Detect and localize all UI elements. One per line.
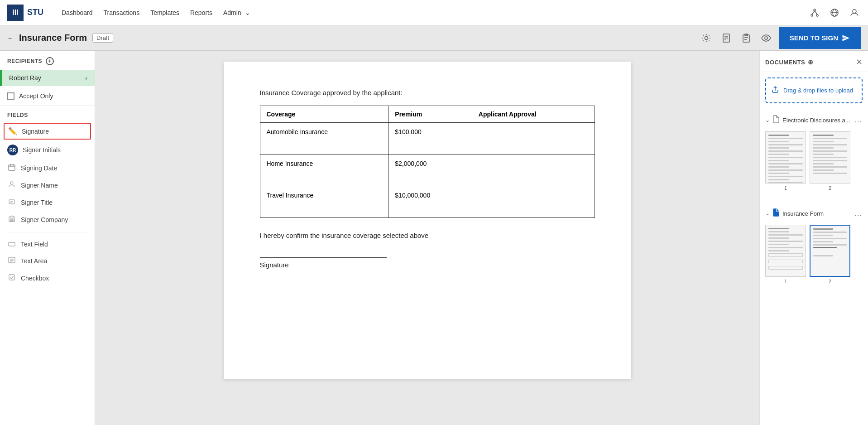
accept-only-checkbox[interactable] [7, 92, 14, 100]
nav-admin[interactable]: Admin ⌄ [223, 7, 250, 18]
page-num-ins-1: 1 [765, 277, 806, 284]
recipient-name: Robert Ray [9, 74, 41, 82]
document-icon[interactable] [719, 31, 734, 45]
accept-only-label: Accept Only [19, 92, 53, 100]
doc-options-electronic[interactable]: … [854, 116, 863, 124]
col-coverage: Coverage [260, 106, 388, 123]
badge-icon [7, 198, 16, 207]
eye-icon[interactable] [759, 31, 773, 45]
nav-dashboard[interactable]: Dashboard [62, 7, 93, 18]
signature-line [260, 257, 387, 258]
field-signature[interactable]: ✏️ Signature [4, 123, 91, 140]
recipient-item[interactable]: Robert Ray › [0, 70, 95, 86]
doc-group-insurance: ⌄ Insurance Form … [760, 202, 868, 291]
svg-rect-30 [10, 220, 11, 222]
clipboard-icon[interactable] [739, 31, 753, 45]
documents-header: DOCUMENTS ⊕ ✕ [760, 51, 868, 72]
recipients-header: RECIPIENTS + [0, 51, 95, 70]
pencil-icon: ✏️ [8, 127, 17, 135]
table-row: Automobile Insurance $100,000 [260, 123, 595, 155]
doc-thumb-insurance-1[interactable]: 1 [765, 225, 806, 284]
field-signer-initials[interactable]: RR Signer Initials [0, 140, 95, 159]
toolbar-actions: SEND TO SIGN [699, 27, 861, 49]
fields-header: FIELDS [0, 106, 95, 122]
doc-file-blue-icon [772, 208, 780, 218]
approval-auto [472, 123, 595, 155]
coverage-travel: Travel Insurance [260, 186, 388, 218]
person-icon [7, 181, 16, 190]
svg-point-18 [765, 37, 767, 39]
doc-group-insurance-header: ⌄ Insurance Form … [760, 206, 868, 221]
field-signer-company[interactable]: Signer Company [0, 211, 95, 228]
doc-intro: Insurance Coverage approved by the appli… [260, 89, 595, 97]
calendar-icon [7, 164, 16, 173]
doc-group-chevron-icon[interactable]: ⌄ [765, 117, 770, 123]
upload-zone[interactable]: Drag & drop files to upload [765, 77, 863, 103]
user-icon[interactable] [848, 6, 861, 19]
doc-thumb-electronic-1[interactable]: 1 [765, 131, 806, 191]
field-signing-date[interactable]: Signing Date [0, 159, 95, 177]
textfield-icon [7, 240, 16, 248]
back-button[interactable]: ← [7, 34, 14, 42]
doc-thumb-img-ins-1 [765, 225, 806, 277]
close-documents-button[interactable]: ✕ [856, 57, 863, 67]
nav-icons [808, 6, 861, 19]
back-arrow-icon: ← [7, 34, 14, 42]
globe-icon[interactable] [828, 6, 841, 19]
svg-rect-27 [9, 217, 14, 222]
send-to-sign-button[interactable]: SEND TO SIGN [779, 27, 861, 49]
rr-badge: RR [7, 145, 18, 155]
center-content: Insurance Coverage approved by the appli… [95, 51, 759, 425]
add-document-button[interactable]: ⊕ [808, 58, 814, 66]
premium-travel: $10,000,000 [388, 186, 472, 218]
approval-travel [472, 186, 595, 218]
documents-title: DOCUMENTS ⊕ [765, 58, 814, 66]
svg-point-1 [811, 14, 813, 16]
page-num-2: 2 [810, 184, 850, 191]
coverage-auto: Automobile Insurance [260, 123, 388, 155]
field-signer-title[interactable]: Signer Title [0, 194, 95, 211]
doc-divider [760, 200, 868, 200]
coverage-table: Coverage Premium Applicant Approval Auto… [260, 106, 595, 218]
doc-group-chevron-insurance-icon[interactable]: ⌄ [765, 210, 770, 217]
doc-options-insurance[interactable]: … [854, 209, 863, 217]
field-checkbox[interactable]: Checkbox [0, 270, 95, 287]
doc-thumb-img-2 [810, 131, 850, 184]
doc-file-icon [772, 115, 780, 125]
field-signer-name[interactable]: Signer Name [0, 177, 95, 194]
gear-icon[interactable] [699, 31, 714, 45]
status-badge: Draft [92, 33, 113, 43]
doc-thumb-insurance-2[interactable]: 2 [810, 225, 850, 284]
svg-point-2 [816, 14, 818, 16]
doc-group-electronic-header: ⌄ Electronic Disclosures a... … [760, 112, 868, 128]
doc-thumb-img-ins-2 [810, 225, 850, 277]
add-recipient-button[interactable]: + [46, 57, 54, 65]
logo-text: STU [27, 8, 43, 17]
page-num-1: 1 [765, 184, 806, 191]
svg-point-23 [10, 182, 13, 184]
network-icon[interactable] [808, 6, 821, 19]
nav-reports[interactable]: Reports [190, 7, 212, 18]
field-text-field[interactable]: Text Field [0, 236, 95, 252]
svg-rect-39 [9, 275, 14, 280]
upload-cloud-icon [771, 85, 780, 96]
doc-thumb-electronic-2[interactable]: 2 [810, 131, 850, 191]
document-page: Insurance Coverage approved by the appli… [224, 62, 631, 379]
svg-rect-28 [10, 219, 11, 220]
logo-icon: III [7, 5, 24, 21]
svg-rect-19 [9, 165, 15, 170]
accept-only-row: Accept Only [0, 87, 95, 106]
svg-line-4 [815, 11, 817, 14]
col-premium: Premium [388, 106, 472, 123]
nav-transactions[interactable]: Transactions [104, 7, 140, 18]
top-nav: III STU Dashboard Transactions Templates… [0, 0, 868, 25]
svg-point-8 [853, 10, 856, 13]
field-text-area[interactable]: Text Area [0, 252, 95, 270]
doc-confirm-text: I hereby confirm the insurance coverage … [260, 232, 595, 239]
table-row: Home Insurance $2,000,000 [260, 155, 595, 186]
signature-label: Signature [260, 261, 289, 269]
doc-group-name-insurance: Insurance Form [782, 210, 852, 217]
svg-point-9 [705, 36, 708, 39]
approval-home [472, 155, 595, 186]
nav-templates[interactable]: Templates [150, 7, 179, 18]
